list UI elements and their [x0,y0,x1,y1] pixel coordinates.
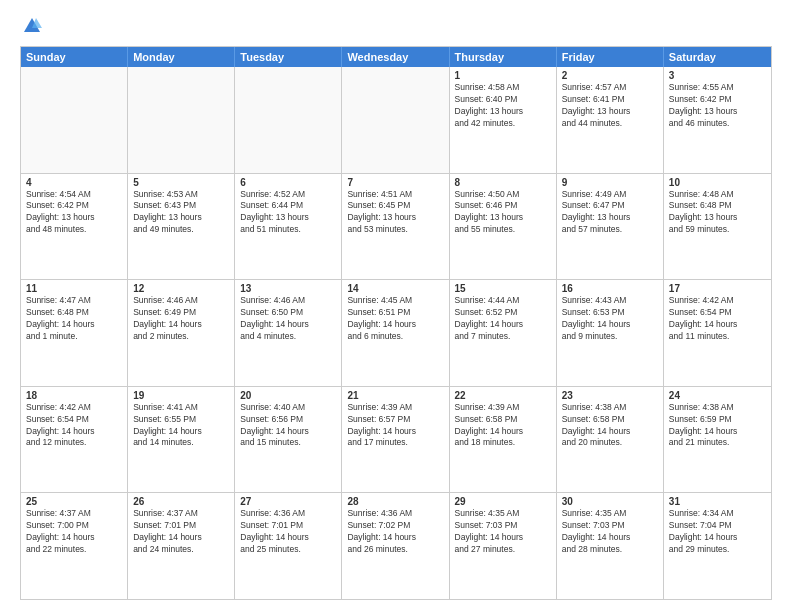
cal-cell-22: 22Sunrise: 4:39 AM Sunset: 6:58 PM Dayli… [450,387,557,493]
weekday-header-tuesday: Tuesday [235,47,342,67]
day-info: Sunrise: 4:34 AM Sunset: 7:04 PM Dayligh… [669,508,766,556]
logo-icon [22,16,42,36]
cal-cell-11: 11Sunrise: 4:47 AM Sunset: 6:48 PM Dayli… [21,280,128,386]
cal-cell-23: 23Sunrise: 4:38 AM Sunset: 6:58 PM Dayli… [557,387,664,493]
day-info: Sunrise: 4:57 AM Sunset: 6:41 PM Dayligh… [562,82,658,130]
day-number: 29 [455,496,551,507]
weekday-header-wednesday: Wednesday [342,47,449,67]
calendar-row-2: 4Sunrise: 4:54 AM Sunset: 6:42 PM Daylig… [21,173,771,280]
day-info: Sunrise: 4:48 AM Sunset: 6:48 PM Dayligh… [669,189,766,237]
cal-cell-15: 15Sunrise: 4:44 AM Sunset: 6:52 PM Dayli… [450,280,557,386]
cal-cell-24: 24Sunrise: 4:38 AM Sunset: 6:59 PM Dayli… [664,387,771,493]
page: SundayMondayTuesdayWednesdayThursdayFrid… [0,0,792,612]
calendar-row-1: 1Sunrise: 4:58 AM Sunset: 6:40 PM Daylig… [21,67,771,173]
day-number: 27 [240,496,336,507]
cal-cell-18: 18Sunrise: 4:42 AM Sunset: 6:54 PM Dayli… [21,387,128,493]
logo [20,16,42,36]
day-number: 10 [669,177,766,188]
day-number: 1 [455,70,551,81]
weekday-header-sunday: Sunday [21,47,128,67]
cal-cell-7: 7Sunrise: 4:51 AM Sunset: 6:45 PM Daylig… [342,174,449,280]
cal-cell-28: 28Sunrise: 4:36 AM Sunset: 7:02 PM Dayli… [342,493,449,599]
day-number: 14 [347,283,443,294]
day-info: Sunrise: 4:41 AM Sunset: 6:55 PM Dayligh… [133,402,229,450]
day-number: 26 [133,496,229,507]
day-number: 15 [455,283,551,294]
day-info: Sunrise: 4:40 AM Sunset: 6:56 PM Dayligh… [240,402,336,450]
day-info: Sunrise: 4:52 AM Sunset: 6:44 PM Dayligh… [240,189,336,237]
cal-cell-1: 1Sunrise: 4:58 AM Sunset: 6:40 PM Daylig… [450,67,557,173]
day-info: Sunrise: 4:39 AM Sunset: 6:58 PM Dayligh… [455,402,551,450]
day-info: Sunrise: 4:53 AM Sunset: 6:43 PM Dayligh… [133,189,229,237]
day-number: 24 [669,390,766,401]
calendar-body: 1Sunrise: 4:58 AM Sunset: 6:40 PM Daylig… [21,67,771,599]
cal-cell-25: 25Sunrise: 4:37 AM Sunset: 7:00 PM Dayli… [21,493,128,599]
day-number: 30 [562,496,658,507]
cal-cell-17: 17Sunrise: 4:42 AM Sunset: 6:54 PM Dayli… [664,280,771,386]
cal-cell-4: 4Sunrise: 4:54 AM Sunset: 6:42 PM Daylig… [21,174,128,280]
day-number: 3 [669,70,766,81]
day-number: 31 [669,496,766,507]
day-info: Sunrise: 4:42 AM Sunset: 6:54 PM Dayligh… [26,402,122,450]
cal-cell-16: 16Sunrise: 4:43 AM Sunset: 6:53 PM Dayli… [557,280,664,386]
day-number: 7 [347,177,443,188]
day-info: Sunrise: 4:47 AM Sunset: 6:48 PM Dayligh… [26,295,122,343]
day-info: Sunrise: 4:46 AM Sunset: 6:49 PM Dayligh… [133,295,229,343]
day-info: Sunrise: 4:58 AM Sunset: 6:40 PM Dayligh… [455,82,551,130]
day-number: 23 [562,390,658,401]
day-info: Sunrise: 4:36 AM Sunset: 7:02 PM Dayligh… [347,508,443,556]
cal-cell-29: 29Sunrise: 4:35 AM Sunset: 7:03 PM Dayli… [450,493,557,599]
day-info: Sunrise: 4:35 AM Sunset: 7:03 PM Dayligh… [455,508,551,556]
day-info: Sunrise: 4:37 AM Sunset: 7:00 PM Dayligh… [26,508,122,556]
day-number: 13 [240,283,336,294]
day-info: Sunrise: 4:46 AM Sunset: 6:50 PM Dayligh… [240,295,336,343]
day-info: Sunrise: 4:55 AM Sunset: 6:42 PM Dayligh… [669,82,766,130]
day-info: Sunrise: 4:51 AM Sunset: 6:45 PM Dayligh… [347,189,443,237]
cal-cell-6: 6Sunrise: 4:52 AM Sunset: 6:44 PM Daylig… [235,174,342,280]
cal-cell-31: 31Sunrise: 4:34 AM Sunset: 7:04 PM Dayli… [664,493,771,599]
day-number: 18 [26,390,122,401]
cal-cell-3: 3Sunrise: 4:55 AM Sunset: 6:42 PM Daylig… [664,67,771,173]
calendar-row-3: 11Sunrise: 4:47 AM Sunset: 6:48 PM Dayli… [21,279,771,386]
day-number: 25 [26,496,122,507]
cal-cell-19: 19Sunrise: 4:41 AM Sunset: 6:55 PM Dayli… [128,387,235,493]
day-info: Sunrise: 4:44 AM Sunset: 6:52 PM Dayligh… [455,295,551,343]
cal-cell-9: 9Sunrise: 4:49 AM Sunset: 6:47 PM Daylig… [557,174,664,280]
cal-cell-empty-0-2 [235,67,342,173]
day-number: 11 [26,283,122,294]
cal-cell-14: 14Sunrise: 4:45 AM Sunset: 6:51 PM Dayli… [342,280,449,386]
day-info: Sunrise: 4:35 AM Sunset: 7:03 PM Dayligh… [562,508,658,556]
calendar-row-5: 25Sunrise: 4:37 AM Sunset: 7:00 PM Dayli… [21,492,771,599]
weekday-header-monday: Monday [128,47,235,67]
cal-cell-5: 5Sunrise: 4:53 AM Sunset: 6:43 PM Daylig… [128,174,235,280]
cal-cell-13: 13Sunrise: 4:46 AM Sunset: 6:50 PM Dayli… [235,280,342,386]
weekday-header-friday: Friday [557,47,664,67]
day-number: 17 [669,283,766,294]
cal-cell-empty-0-1 [128,67,235,173]
day-number: 8 [455,177,551,188]
day-info: Sunrise: 4:42 AM Sunset: 6:54 PM Dayligh… [669,295,766,343]
day-info: Sunrise: 4:38 AM Sunset: 6:59 PM Dayligh… [669,402,766,450]
day-info: Sunrise: 4:36 AM Sunset: 7:01 PM Dayligh… [240,508,336,556]
day-number: 20 [240,390,336,401]
cal-cell-10: 10Sunrise: 4:48 AM Sunset: 6:48 PM Dayli… [664,174,771,280]
cal-cell-30: 30Sunrise: 4:35 AM Sunset: 7:03 PM Dayli… [557,493,664,599]
cal-cell-empty-0-0 [21,67,128,173]
day-info: Sunrise: 4:49 AM Sunset: 6:47 PM Dayligh… [562,189,658,237]
cal-cell-20: 20Sunrise: 4:40 AM Sunset: 6:56 PM Dayli… [235,387,342,493]
cal-cell-8: 8Sunrise: 4:50 AM Sunset: 6:46 PM Daylig… [450,174,557,280]
cal-cell-26: 26Sunrise: 4:37 AM Sunset: 7:01 PM Dayli… [128,493,235,599]
day-info: Sunrise: 4:45 AM Sunset: 6:51 PM Dayligh… [347,295,443,343]
day-number: 4 [26,177,122,188]
cal-cell-21: 21Sunrise: 4:39 AM Sunset: 6:57 PM Dayli… [342,387,449,493]
header [20,16,772,36]
cal-cell-2: 2Sunrise: 4:57 AM Sunset: 6:41 PM Daylig… [557,67,664,173]
day-number: 19 [133,390,229,401]
day-info: Sunrise: 4:37 AM Sunset: 7:01 PM Dayligh… [133,508,229,556]
day-info: Sunrise: 4:50 AM Sunset: 6:46 PM Dayligh… [455,189,551,237]
day-number: 16 [562,283,658,294]
day-info: Sunrise: 4:38 AM Sunset: 6:58 PM Dayligh… [562,402,658,450]
day-number: 9 [562,177,658,188]
day-number: 12 [133,283,229,294]
cal-cell-27: 27Sunrise: 4:36 AM Sunset: 7:01 PM Dayli… [235,493,342,599]
